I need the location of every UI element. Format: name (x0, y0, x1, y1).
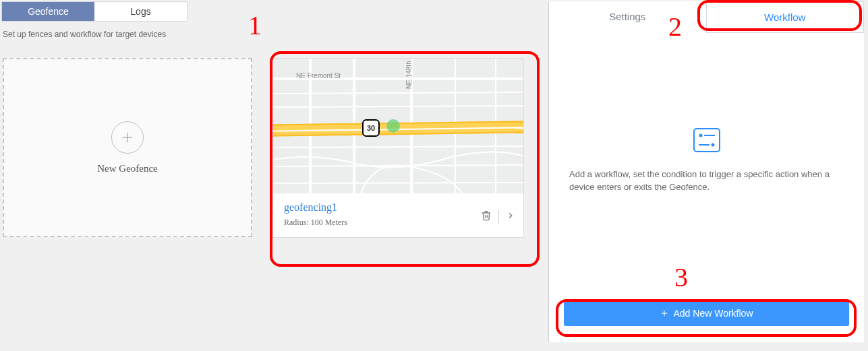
geofence-radius: Radius: 100 Meters (284, 218, 513, 228)
svg-point-14 (699, 133, 702, 137)
svg-rect-13 (694, 129, 720, 152)
workflow-empty-text: Add a workflow, set the condition to tri… (569, 168, 844, 194)
plus-icon (660, 309, 669, 318)
panel-tabs: Settings Workflow (549, 1, 864, 33)
tab-logs[interactable]: Logs (94, 2, 187, 21)
geofence-card[interactable]: 30 NE Fremont St NE 148th Ave geofencing… (272, 58, 524, 238)
workflow-icon (693, 128, 720, 155)
map-label-street: NE 148th Ave (405, 59, 413, 89)
geofence-map-thumbnail: 30 NE Fremont St NE 148th Ave (273, 59, 523, 193)
new-geofence-label: New Geofence (97, 163, 158, 174)
side-panel: Settings Workflow Add a workflow, set th… (548, 1, 864, 342)
plus-icon (111, 121, 144, 154)
separator (498, 210, 499, 224)
trash-icon[interactable] (481, 210, 492, 224)
route-shield: 30 (362, 119, 380, 137)
mode-tabs: Geofence Logs (1, 1, 187, 22)
svg-point-16 (711, 143, 714, 146)
new-geofence-card[interactable]: New Geofence (3, 58, 252, 237)
geofence-center-marker (386, 119, 400, 133)
tab-workflow[interactable]: Workflow (706, 1, 865, 33)
chevron-right-icon[interactable] (506, 210, 515, 224)
add-workflow-button[interactable]: Add New Workflow (564, 300, 849, 326)
tab-settings[interactable]: Settings (549, 1, 706, 33)
add-workflow-label: Add New Workflow (673, 308, 753, 319)
geofence-name: geofencing1 (284, 201, 513, 214)
tab-geofence[interactable]: Geofence (2, 2, 94, 21)
map-label-street: NE Fremont St (296, 72, 341, 79)
